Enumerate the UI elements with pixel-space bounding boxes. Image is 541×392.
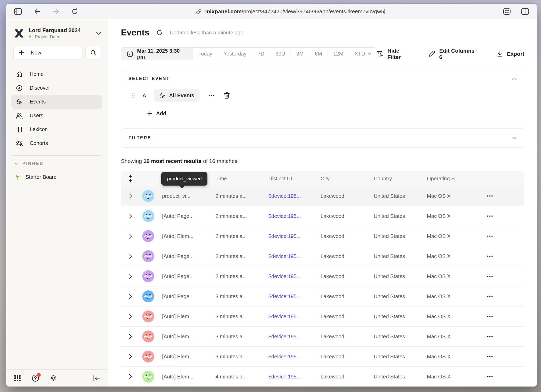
preset-yesterday[interactable]: Yesterday xyxy=(218,48,252,60)
new-button-label: New xyxy=(31,50,41,56)
table-row[interactable]: [Auto] Page... 3 minutes a... $device:19… xyxy=(121,286,524,307)
trash-icon[interactable] xyxy=(224,92,230,99)
row-menu-icon[interactable] xyxy=(487,316,493,317)
reload-icon[interactable] xyxy=(71,8,78,15)
table-row[interactable]: [Auto] Page... 2 minutes a... $device:19… xyxy=(121,246,524,266)
url-path: /project/3472420/view/3974696/app/events… xyxy=(242,8,385,14)
table-row[interactable]: [Auto] Elem... 4 minutes a... $device:19… xyxy=(121,367,524,387)
column-header-country[interactable]: Country xyxy=(374,176,427,182)
distinct-id-link[interactable]: $device:195... xyxy=(268,273,321,279)
expand-row-icon[interactable] xyxy=(129,354,132,359)
collapse-rows-icon[interactable] xyxy=(128,175,133,182)
date-picker-button[interactable]: Mar 11, 2025 3:30 pm xyxy=(121,48,193,60)
expand-row-icon[interactable] xyxy=(129,274,132,279)
preset-7d[interactable]: 7D xyxy=(252,48,270,60)
table-row[interactable]: [Auto] Page... 2 minutes a... $device:19… xyxy=(121,266,524,286)
sidebar-item-cohorts[interactable]: Cohorts xyxy=(11,136,102,150)
preset-30d[interactable]: 30D xyxy=(270,48,291,60)
refresh-icon[interactable] xyxy=(156,29,163,36)
chevron-down-icon[interactable] xyxy=(512,137,517,139)
row-menu-icon[interactable] xyxy=(487,376,493,377)
table-row[interactable]: [Auto] Elem... 2 minutes a... $device:19… xyxy=(121,226,524,246)
distinct-id-link[interactable]: $device:195... xyxy=(268,334,321,340)
sidebar-item-lexicon[interactable]: Lexicon xyxy=(11,123,102,136)
expand-row-icon[interactable] xyxy=(129,193,132,199)
chevron-up-icon[interactable] xyxy=(512,77,517,80)
sidebar-nav: Home Discover Ev xyxy=(6,60,108,150)
event-city: Lakewood xyxy=(321,293,374,299)
column-header-os[interactable]: Operating S xyxy=(427,176,485,182)
event-selector-button[interactable]: All Events xyxy=(154,89,200,102)
help-button[interactable] xyxy=(32,375,39,382)
row-menu-icon[interactable] xyxy=(487,255,493,257)
expand-row-icon[interactable] xyxy=(129,254,132,259)
table-row[interactable]: [Auto] Elem... 3 minutes a... $device:19… xyxy=(121,347,524,367)
distinct-id-link[interactable]: $device:195... xyxy=(268,293,321,299)
event-country: United States xyxy=(374,233,427,239)
event-row-menu-icon[interactable] xyxy=(207,95,216,96)
expand-row-icon[interactable] xyxy=(129,334,132,339)
expand-row-icon[interactable] xyxy=(129,294,132,299)
table-row[interactable]: [Auto] Page... 2 minutes a... $device:19… xyxy=(121,206,524,226)
sidebar-toggle-icon[interactable] xyxy=(14,8,22,15)
date-range-value: Mar 11, 2025 3:30 pm xyxy=(137,48,187,60)
table-body: product_vi... 2 minutes a... $device:195… xyxy=(121,186,524,387)
distinct-id-link[interactable]: $device:195... xyxy=(268,314,321,320)
distinct-id-link[interactable]: $device:195... xyxy=(268,193,321,199)
column-header-city[interactable]: City xyxy=(321,176,374,182)
row-menu-icon[interactable] xyxy=(487,296,493,297)
collapse-sidebar-icon[interactable] xyxy=(93,375,100,381)
sidebar-item-events[interactable]: Events xyxy=(11,95,102,109)
sidebar-item-label: Home xyxy=(30,71,44,77)
preset-3m[interactable]: 3M xyxy=(291,48,309,60)
hide-filter-button[interactable]: Hide Filter xyxy=(377,48,414,60)
distinct-id-link[interactable]: $device:195... xyxy=(268,253,321,259)
expand-row-icon[interactable] xyxy=(129,213,132,219)
address-bar[interactable]: mixpanel.com/project/3472420/view/397469… xyxy=(78,8,503,15)
sidebar-item-label: Discover xyxy=(30,85,50,91)
pinned-section-header[interactable]: PINNED xyxy=(6,156,108,166)
table-row[interactable]: [Auto] Elem... 3 minutes a... $device:19… xyxy=(121,307,524,327)
expand-row-icon[interactable] xyxy=(129,234,132,239)
back-icon[interactable] xyxy=(34,8,41,15)
search-button[interactable] xyxy=(86,46,101,59)
distinct-id-link[interactable]: $device:195... xyxy=(268,354,321,360)
sidebar-item-users[interactable]: Users xyxy=(11,109,102,123)
new-button[interactable]: New xyxy=(14,46,82,59)
sidebar-item-home[interactable]: Home xyxy=(11,67,102,81)
apps-grid-icon[interactable] xyxy=(14,375,21,382)
add-event-button[interactable]: Add xyxy=(147,111,517,117)
forward-icon[interactable] xyxy=(53,8,59,15)
row-menu-icon[interactable] xyxy=(487,195,493,197)
column-header-time[interactable]: Time xyxy=(216,176,268,182)
preset-xtd[interactable]: XTD xyxy=(349,48,377,60)
event-time: 4 minutes a... xyxy=(216,374,268,380)
row-menu-icon[interactable] xyxy=(487,356,493,357)
preset-6m[interactable]: 6M xyxy=(309,48,328,60)
distinct-id-link[interactable]: $device:195... xyxy=(268,374,321,380)
expand-row-icon[interactable] xyxy=(129,314,132,319)
row-menu-icon[interactable] xyxy=(487,275,493,277)
distinct-id-link[interactable]: $device:195... xyxy=(268,233,321,239)
column-header-distinct-id[interactable]: Distinct ID xyxy=(268,176,321,182)
browser-settings-icon[interactable] xyxy=(503,8,511,15)
sidebar-item-discover[interactable]: Discover xyxy=(11,81,102,95)
project-switcher[interactable]: Lord Farquaad 2024 All Project Data xyxy=(6,19,108,40)
settings-gear-icon[interactable] xyxy=(50,375,57,382)
table-row[interactable]: [Auto] Elem... 3 minutes a... $device:19… xyxy=(121,327,524,347)
preset-today[interactable]: Today xyxy=(193,48,218,60)
row-menu-icon[interactable] xyxy=(487,235,493,237)
row-menu-icon[interactable] xyxy=(487,215,493,217)
event-name: [Auto] Elem... xyxy=(162,354,193,359)
distinct-id-link[interactable]: $device:195... xyxy=(268,213,321,219)
row-menu-icon[interactable] xyxy=(487,336,493,337)
edit-columns-button[interactable]: Edit Columns · 6 xyxy=(429,48,482,60)
event-avatar xyxy=(142,210,154,222)
export-button[interactable]: Export xyxy=(497,51,524,57)
table-row[interactable]: product_vi... 2 minutes a... $device:195… xyxy=(121,186,524,206)
preset-12m[interactable]: 12M xyxy=(328,48,349,60)
expand-row-icon[interactable] xyxy=(129,374,132,379)
split-view-icon[interactable] xyxy=(521,8,529,15)
sidebar-item-starter-board[interactable]: Starter Board xyxy=(6,166,108,180)
drag-handle-icon[interactable] xyxy=(132,93,135,98)
